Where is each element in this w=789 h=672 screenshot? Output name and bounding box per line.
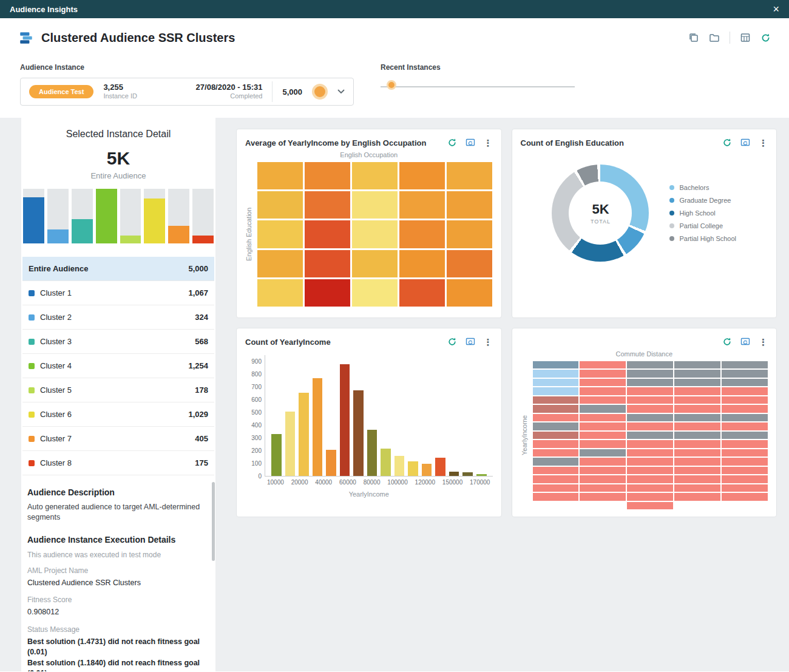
- mosaic-cell[interactable]: [580, 484, 626, 492]
- bar[interactable]: [462, 472, 473, 476]
- mosaic-cell[interactable]: [533, 449, 579, 456]
- mosaic-cell[interactable]: [627, 493, 673, 500]
- mosaic-cell[interactable]: [533, 414, 579, 421]
- mosaic-cell[interactable]: [533, 475, 579, 483]
- mosaic-cell[interactable]: [722, 475, 768, 483]
- mosaic-cell[interactable]: [722, 387, 768, 395]
- mosaic-cell[interactable]: [580, 475, 626, 483]
- mosaic-cell[interactable]: [580, 440, 626, 447]
- mosaic-cell[interactable]: [722, 423, 768, 430]
- mosaic-cell[interactable]: [533, 502, 579, 509]
- mosaic-cell[interactable]: [533, 370, 579, 377]
- mini-bar[interactable]: [47, 229, 69, 243]
- bar[interactable]: [449, 472, 459, 476]
- bar[interactable]: [340, 364, 350, 476]
- mosaic-cell[interactable]: [722, 458, 768, 465]
- mosaic-cell[interactable]: [722, 379, 768, 386]
- mosaic-cell[interactable]: [533, 396, 579, 404]
- mosaic-cell[interactable]: [627, 423, 673, 430]
- apply-to-dashboard-icon[interactable]: [740, 138, 750, 148]
- mosaic-cell[interactable]: [627, 405, 673, 412]
- mosaic-cell[interactable]: [674, 449, 720, 456]
- folder-icon[interactable]: [709, 32, 720, 43]
- mini-bar[interactable]: [120, 236, 141, 243]
- legend-item[interactable]: Graduate Degree: [669, 197, 736, 204]
- mosaic-cell[interactable]: [627, 379, 673, 386]
- bar[interactable]: [408, 461, 418, 476]
- mini-bar[interactable]: [144, 199, 165, 243]
- bar[interactable]: [476, 474, 487, 476]
- refresh-icon[interactable]: [760, 33, 771, 43]
- data-grid-icon[interactable]: [740, 32, 751, 43]
- instance-selector[interactable]: Audience Test 3,255 Instance ID 27/08/20…: [20, 78, 354, 106]
- mosaic-cell[interactable]: [580, 361, 626, 368]
- mosaic-cell[interactable]: [580, 379, 626, 386]
- heatmap-cell[interactable]: [305, 191, 350, 219]
- bar[interactable]: [367, 430, 378, 476]
- mosaic-cell[interactable]: [627, 458, 673, 465]
- bar[interactable]: [435, 458, 445, 476]
- mosaic-cell[interactable]: [580, 493, 626, 500]
- apply-to-dashboard-icon[interactable]: [466, 337, 475, 347]
- mosaic-cell[interactable]: [580, 502, 626, 509]
- heatmap-cell[interactable]: [257, 279, 303, 307]
- mosaic-cell[interactable]: [674, 458, 720, 465]
- mosaic-cell[interactable]: [627, 475, 673, 483]
- cluster-row[interactable]: Cluster 41,254: [22, 354, 214, 378]
- heatmap-cell[interactable]: [447, 250, 492, 277]
- mosaic-cell[interactable]: [722, 484, 768, 492]
- mosaic-cell[interactable]: [674, 396, 720, 404]
- heatmap-cell[interactable]: [447, 220, 492, 248]
- bar[interactable]: [285, 412, 296, 476]
- heatmap-cell[interactable]: [257, 250, 303, 277]
- mosaic-cell[interactable]: [580, 467, 626, 474]
- recent-instances-slider[interactable]: [381, 80, 575, 93]
- mini-bar[interactable]: [72, 219, 93, 244]
- mosaic-cell[interactable]: [674, 432, 720, 439]
- refresh-icon[interactable]: [447, 337, 457, 347]
- mini-bar[interactable]: [192, 236, 214, 243]
- kebab-menu-icon[interactable]: ⋮: [484, 138, 493, 148]
- mosaic-cell[interactable]: [627, 449, 673, 456]
- slider-track[interactable]: [381, 86, 575, 87]
- heatmap-cell[interactable]: [447, 162, 492, 189]
- mosaic-cell[interactable]: [674, 423, 720, 430]
- heatmap-cell[interactable]: [399, 220, 445, 248]
- mosaic-cell[interactable]: [533, 423, 579, 430]
- mosaic-cell[interactable]: [722, 414, 768, 421]
- cluster-row[interactable]: Cluster 3568: [22, 330, 214, 354]
- mini-bar[interactable]: [168, 226, 189, 243]
- apply-to-dashboard-icon[interactable]: [466, 138, 475, 148]
- kebab-menu-icon[interactable]: ⋮: [759, 138, 768, 148]
- heatmap-cell[interactable]: [305, 250, 350, 277]
- mosaic-cell[interactable]: [627, 361, 673, 368]
- mosaic-cell[interactable]: [533, 379, 579, 386]
- mini-bar[interactable]: [23, 197, 44, 244]
- mosaic-cell[interactable]: [722, 405, 768, 412]
- mosaic-cell[interactable]: [580, 458, 626, 465]
- legend-item[interactable]: Bachelors: [669, 184, 736, 191]
- legend-item[interactable]: Partial High School: [669, 235, 736, 242]
- kebab-menu-icon[interactable]: ⋮: [759, 338, 768, 347]
- bar[interactable]: [381, 449, 391, 476]
- mosaic-cell[interactable]: [627, 432, 673, 439]
- mosaic-cell[interactable]: [722, 449, 768, 456]
- legend-item[interactable]: High School: [669, 209, 736, 217]
- mosaic-cell[interactable]: [580, 387, 626, 395]
- mosaic-cell[interactable]: [580, 432, 626, 439]
- donut-chart[interactable]: 5K TOTAL: [552, 165, 649, 262]
- legend-item[interactable]: Partial College: [669, 222, 736, 229]
- copy-icon[interactable]: [688, 32, 699, 43]
- mosaic-cell[interactable]: [533, 493, 579, 500]
- cluster-row[interactable]: Cluster 7405: [22, 427, 214, 451]
- mosaic-cell[interactable]: [580, 423, 626, 430]
- mosaic-cell[interactable]: [580, 414, 626, 421]
- heatmap-cell[interactable]: [447, 279, 492, 307]
- mosaic-cell[interactable]: [580, 396, 626, 404]
- heatmap-cell[interactable]: [399, 162, 445, 189]
- bar[interactable]: [353, 390, 364, 477]
- mosaic-cell[interactable]: [627, 467, 673, 474]
- mosaic-cell[interactable]: [533, 387, 579, 395]
- mosaic-cell[interactable]: [674, 370, 720, 377]
- refresh-icon[interactable]: [722, 138, 732, 148]
